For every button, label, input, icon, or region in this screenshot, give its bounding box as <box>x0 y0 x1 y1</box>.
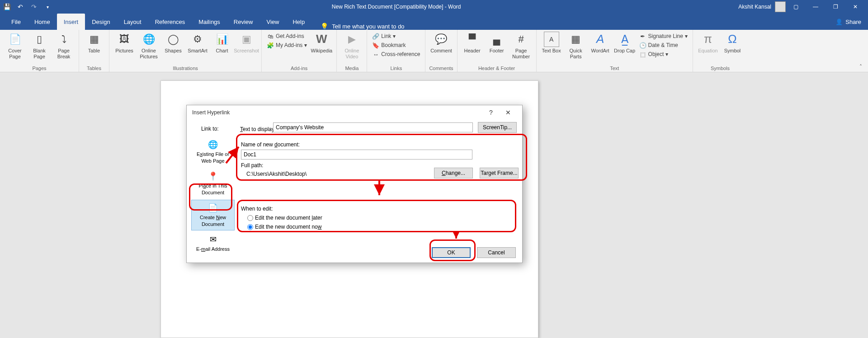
screenshot-button: ▣Screenshot <box>235 32 258 54</box>
ribbon-display-options-icon[interactable]: ▢ <box>786 0 806 13</box>
blank-page-label: Blank Page <box>28 48 51 60</box>
chart-label: Chart <box>216 48 228 54</box>
tab-design[interactable]: Design <box>85 14 117 30</box>
smartart-label: SmartArt <box>188 48 207 54</box>
symbol-button[interactable]: ΩSymbol <box>721 32 744 54</box>
header-button[interactable]: ▀Header <box>461 32 484 54</box>
page-break-icon: ⤵ <box>56 32 71 47</box>
edit-now-radio-input[interactable] <box>247 224 253 230</box>
get-addins-button[interactable]: 🛍Get Add-ins <box>265 32 306 41</box>
edit-later-radio-input[interactable] <box>247 215 253 221</box>
drop-cap-button[interactable]: A̲Drop Cap <box>613 32 636 54</box>
symbol-label: Symbol <box>724 48 741 54</box>
cover-page-button[interactable]: 📄 Cover Page <box>4 32 26 60</box>
restore-icon[interactable]: ❐ <box>826 0 845 13</box>
edit-later-label: Edit the new document later <box>255 215 322 221</box>
link-to-label: Link to: <box>201 126 219 132</box>
qat-more-icon[interactable]: ▾ <box>41 0 54 13</box>
comment-button[interactable]: 💬Comment <box>430 32 453 54</box>
edit-now-radio[interactable]: Edit the new document now <box>247 224 321 230</box>
window-title: New Rich Text Document [Compatibility Mo… <box>54 4 738 10</box>
get-addins-label: Get Add-ins <box>276 33 304 39</box>
target-frame-label: Target Frame... <box>481 170 517 176</box>
linkto-create-new-document[interactable]: 📄 Create NewDocument <box>191 200 235 230</box>
signature-label: Signature Line <box>648 33 683 39</box>
cross-reference-button[interactable]: ↔Cross-reference <box>371 50 421 59</box>
dropcap-label: Drop Cap <box>614 48 635 54</box>
undo-icon[interactable]: ↶ <box>14 0 27 13</box>
page-number-label: Page Number <box>510 48 533 60</box>
link-button[interactable]: 🔗Link ▾ <box>371 32 397 41</box>
crossref-label: Cross-reference <box>381 51 420 57</box>
group-label-addins: Add-ins <box>291 66 307 72</box>
bookmark-button[interactable]: 🔖Bookmark <box>371 41 407 50</box>
date-time-button[interactable]: 🕒Date & Time <box>638 41 679 50</box>
edit-later-radio[interactable]: Edit the new document later <box>247 215 322 221</box>
group-label-links: Links <box>391 66 402 72</box>
group-label-illustrations: Illustrations <box>173 66 198 72</box>
page-break-button[interactable]: ⤵ Page Break <box>52 32 75 60</box>
tab-layout[interactable]: Layout <box>117 14 148 30</box>
change-button[interactable]: Change... <box>434 168 473 178</box>
pictures-button[interactable]: 🖼Pictures <box>113 32 136 54</box>
header-icon: ▀ <box>465 32 480 47</box>
title-bar: 💾 ↶ ↷ ▾ New Rich Text Document [Compatib… <box>0 0 868 14</box>
share-label: Share <box>845 19 861 25</box>
close-window-icon[interactable]: ✕ <box>845 0 865 13</box>
cancel-button[interactable]: Cancel <box>477 247 516 258</box>
ok-button[interactable]: OK <box>432 247 471 258</box>
save-icon[interactable]: 💾 <box>0 0 14 13</box>
linkto-existing-file[interactable]: 🌐 Existing File orWeb Page <box>191 136 235 167</box>
tab-insert[interactable]: Insert <box>57 14 85 30</box>
online-pictures-button[interactable]: 🌐Online Pictures <box>137 32 160 60</box>
footer-button[interactable]: ▄Footer <box>486 32 508 54</box>
shapes-button[interactable]: ◯Shapes <box>162 32 184 54</box>
collapse-ribbon-icon[interactable]: ˄ <box>856 63 865 71</box>
page-number-button[interactable]: #Page Number <box>510 32 533 60</box>
minimize-icon[interactable]: — <box>806 0 826 13</box>
bookmark-icon: 🔖 <box>372 42 379 49</box>
cancel-label: Cancel <box>488 249 505 256</box>
wordart-button[interactable]: AWordArt <box>589 32 612 54</box>
tab-file[interactable]: File <box>5 14 28 30</box>
tab-mailings[interactable]: Mailings <box>192 14 227 30</box>
user-name: Akshit Kansal <box>738 4 771 10</box>
pictures-icon: 🖼 <box>117 32 132 47</box>
tab-review[interactable]: Review <box>227 14 260 30</box>
screentip-button[interactable]: ScreenTip... <box>478 122 517 133</box>
redo-icon[interactable]: ↷ <box>27 0 41 13</box>
tell-me-label: Tell me what you want to do <box>332 23 404 30</box>
pictures-label: Pictures <box>115 48 133 54</box>
linkto-place-in-document[interactable]: 📍 Place in ThisDocument <box>191 168 235 199</box>
group-pages: 📄 Cover Page ▯ Blank Page ⤵ Page Break P… <box>0 30 79 72</box>
quick-parts-button[interactable]: ▦Quick Parts <box>565 32 587 60</box>
chart-button[interactable]: 📊Chart <box>211 32 233 54</box>
tab-references[interactable]: References <box>148 14 192 30</box>
dialog-close-icon[interactable]: ✕ <box>500 105 517 120</box>
name-of-new-document-input[interactable] <box>241 150 472 160</box>
target-frame-button[interactable]: Target Frame... <box>480 168 519 178</box>
my-addins-label: My Add-ins <box>276 42 302 48</box>
dialog-help-icon[interactable]: ? <box>482 105 500 120</box>
text-box-button[interactable]: AText Box <box>540 32 563 54</box>
tab-view[interactable]: View <box>259 14 286 30</box>
text-to-display-input[interactable] <box>273 122 473 132</box>
wikipedia-button[interactable]: WWikipedia <box>310 32 333 54</box>
tab-help[interactable]: Help <box>286 14 311 30</box>
my-addins-button[interactable]: 🧩My Add-ins ▾ <box>265 41 308 50</box>
smartart-button[interactable]: ⚙SmartArt <box>186 32 209 54</box>
when-to-edit-label: When to edit: <box>241 206 273 212</box>
equation-icon: π <box>700 32 716 47</box>
table-button[interactable]: ▦ Table <box>83 32 105 54</box>
user-avatar-icon[interactable] <box>775 1 786 12</box>
online-pictures-icon: 🌐 <box>141 32 156 47</box>
online-video-button: ▶Online Video <box>340 32 363 60</box>
blank-page-button[interactable]: ▯ Blank Page <box>28 32 51 60</box>
signature-line-button[interactable]: ✒Signature Line ▾ <box>638 32 689 41</box>
crossref-icon: ↔ <box>372 51 379 58</box>
share-icon: 👤 <box>835 19 843 25</box>
object-button[interactable]: ⬚Object ▾ <box>638 50 670 59</box>
share-button[interactable]: 👤 Share <box>835 14 861 30</box>
tab-home[interactable]: Home <box>28 14 57 30</box>
tell-me-search[interactable]: 💡 Tell me what you want to do <box>321 23 404 30</box>
